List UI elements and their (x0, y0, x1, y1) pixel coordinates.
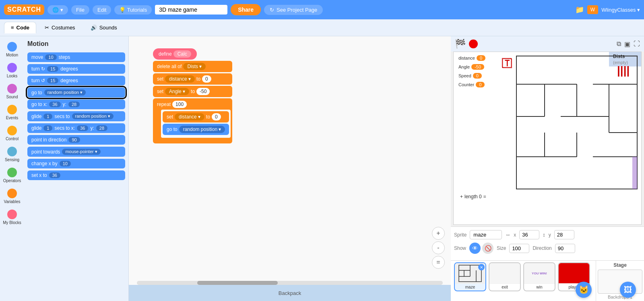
direction-input[interactable] (555, 244, 575, 253)
username-label[interactable]: WlingyClasses ▾ (601, 7, 640, 13)
globe-button[interactable]: 🌐▾ (47, 5, 68, 15)
set-angle-block[interactable]: set Angle ▾ to -50 (153, 86, 232, 97)
folder-icon[interactable]: 📁 (575, 5, 584, 14)
block-turn-cw-val[interactable]: 15 (47, 66, 58, 72)
block-set-x-val[interactable]: 36 (49, 172, 60, 178)
file-menu[interactable]: File (71, 5, 89, 15)
delete-list-val[interactable]: Dists ▾ (183, 63, 206, 70)
block-goto-val[interactable]: random position ▾ (44, 89, 86, 95)
block-turn-ccw[interactable]: turn ↺ 15 degrees (27, 76, 125, 85)
scrollbar-thumb[interactable] (197, 281, 278, 285)
looks-dot (7, 63, 17, 73)
tab-sounds[interactable]: 🔊 Sounds (84, 22, 124, 33)
block-glide-xy-x[interactable]: 36 (77, 125, 88, 131)
x-label: x (514, 232, 516, 238)
block-change-x[interactable]: change x by 10 (27, 159, 125, 168)
horizontal-scrollbar[interactable] (137, 281, 443, 285)
set2-val[interactable]: -50 (196, 88, 210, 95)
delete-all-block[interactable]: delete all of Dists ▾ (153, 61, 232, 72)
set-distance-block[interactable]: set distance ▾ to 0 (153, 73, 232, 85)
normal-stage-button[interactable]: ▣ (624, 40, 630, 48)
block-glide-secs[interactable]: 1 (43, 114, 52, 119)
goto-val[interactable]: random position ▾ (179, 126, 225, 133)
set3-val[interactable]: 0 (212, 113, 221, 120)
sprite-show-row: Show 👁 🚫 Size Direction (454, 243, 641, 254)
add-sprite-fab[interactable]: 🐱 (576, 282, 592, 298)
block-towards-val[interactable]: mouse-pointer ▾ (62, 149, 100, 155)
top-navigation: SCRATCH 🌐▾ File Edit 💡 Tutorials Share ↻… (0, 0, 644, 19)
block-glide-xy-y[interactable]: 28 (96, 125, 107, 131)
set1-val[interactable]: 0 (202, 75, 211, 83)
stage-section: Stage Backdrops 1 (596, 261, 644, 301)
category-sensing[interactable]: Sensing (1, 144, 23, 164)
category-operators[interactable]: Operators (1, 165, 23, 185)
set1-var[interactable]: distance ▾ (165, 75, 195, 83)
tutorials-button[interactable]: 💡 Tutorials (114, 5, 152, 15)
zoom-reset-button[interactable]: = (432, 256, 445, 269)
define-block[interactable]: define Calc (153, 48, 197, 60)
set-distance-inner-block[interactable]: set distance ▾ to 0 (163, 111, 229, 122)
var-angle-val: -50 (471, 64, 484, 70)
zoom-in-button[interactable]: + (432, 227, 445, 240)
category-looks[interactable]: Looks (1, 60, 23, 81)
sprite-card-exit[interactable]: exit (489, 262, 521, 291)
block-point-towards[interactable]: point towards mouse-pointer ▾ (27, 147, 125, 157)
set2-var[interactable]: Angle ▾ (165, 88, 189, 95)
block-move-val[interactable]: 10 (45, 54, 56, 60)
block-point-direction[interactable]: point in direction 90 (27, 135, 125, 145)
set3-var[interactable]: distance ▾ (175, 113, 204, 120)
share-button[interactable]: Share (231, 4, 261, 15)
length-label: length 0 (464, 194, 482, 199)
block-glide-dest[interactable]: random position ▾ (72, 113, 114, 119)
block-glide-xy-secs[interactable]: 1 (43, 125, 52, 131)
tab-code[interactable]: ≡ Code (4, 22, 36, 33)
backpack-bar[interactable]: Backpack (129, 285, 451, 301)
block-goto-random[interactable]: go to random position ▾ (27, 87, 125, 98)
block-glide-random[interactable]: glide 1 secs to random position ▾ (27, 111, 125, 121)
scratch-logo[interactable]: SCRATCH (4, 4, 44, 15)
bottom-area: ✕ maze exit YOU WIN! win (451, 260, 644, 301)
edit-menu[interactable]: Edit (93, 5, 111, 15)
category-myblocks[interactable]: My Blocks (1, 207, 23, 227)
category-control[interactable]: Control (1, 123, 23, 143)
block-goto-x-val[interactable]: 36 (49, 102, 60, 107)
block-move-steps[interactable]: move 10 steps (27, 52, 125, 62)
add-backdrop-fab[interactable]: 🖼 (620, 282, 636, 298)
right-main: 🏁 ⧉ ▣ ⛶ distance 0 Angle -50 (451, 36, 644, 301)
block-goto-y-val[interactable]: 28 (68, 102, 80, 107)
sprite-x-input[interactable] (519, 230, 539, 239)
show-visible-button[interactable]: 👁 (469, 243, 481, 254)
maze-delete-button[interactable]: ✕ (478, 264, 485, 270)
user-avatar[interactable]: W (587, 5, 598, 14)
control-dot (7, 126, 17, 135)
block-turn-cw[interactable]: turn ↻ 15 degrees (27, 64, 125, 74)
small-stage-button[interactable]: ⧉ (617, 40, 621, 48)
repeat-block[interactable]: repeat 100 set distance ▾ to 0 (153, 98, 232, 143)
zoom-out-button[interactable]: - (432, 241, 445, 254)
stop-button[interactable] (469, 39, 478, 48)
category-variables[interactable]: Variables (1, 186, 23, 206)
show-hidden-button[interactable]: 🚫 (482, 243, 493, 254)
category-motion[interactable]: Motion (1, 39, 23, 60)
see-project-button[interactable]: ↻ See Project Page (264, 5, 323, 15)
block-change-x-val[interactable]: 10 (60, 161, 71, 166)
category-events[interactable]: Events (1, 102, 23, 122)
goto-random-inner-block[interactable]: go to random position ▾ (163, 124, 229, 135)
green-flag-button[interactable]: 🏁 (455, 39, 466, 49)
block-glide-xy[interactable]: glide 1 secs to x: 36 y: 28 (27, 123, 125, 133)
sprite-name-input[interactable] (470, 230, 502, 239)
block-direction-val[interactable]: 90 (68, 137, 80, 143)
fullscreen-button[interactable]: ⛶ (634, 40, 640, 48)
project-name-input[interactable] (155, 5, 227, 15)
category-sound[interactable]: Sound (1, 81, 23, 102)
tab-costumes[interactable]: ✂ Costumes (38, 22, 82, 33)
block-turn-ccw-val[interactable]: 15 (47, 78, 58, 83)
sprite-y-input[interactable] (554, 230, 574, 239)
size-input[interactable] (509, 244, 529, 253)
set1-to: to (196, 76, 200, 82)
block-set-x[interactable]: set x to 36 (27, 170, 125, 180)
block-goto-xy[interactable]: go to x: 36 y: 28 (27, 100, 125, 109)
sprite-card-maze[interactable]: ✕ maze (454, 262, 486, 291)
sprite-card-win[interactable]: YOU WIN! win (523, 262, 555, 291)
repeat-val[interactable]: 100 (172, 101, 187, 108)
